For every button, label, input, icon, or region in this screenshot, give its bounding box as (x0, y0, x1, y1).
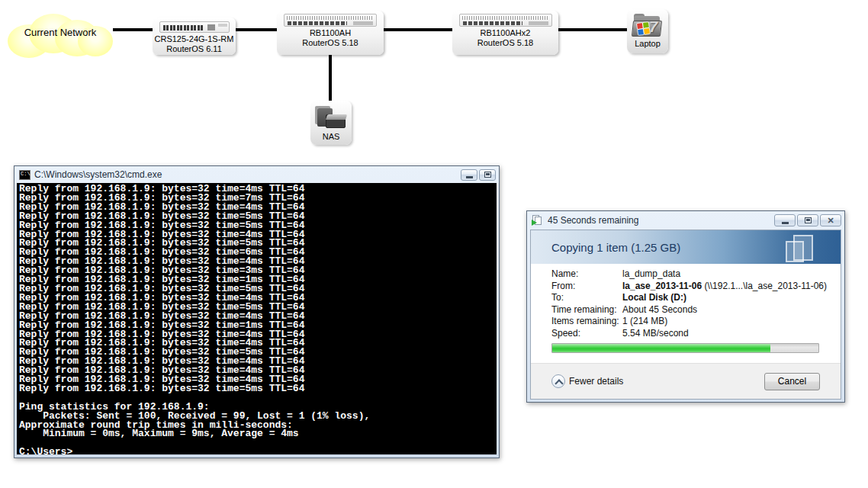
link-rb1100ah-nas (329, 54, 332, 101)
windows-logo-icon (637, 22, 650, 35)
node-crs125: CRS125-24G-1S-RM RouterOS 6.11 (153, 18, 236, 55)
cloud-current-network: Current Network (8, 14, 113, 53)
nas-label: NAS (323, 132, 340, 141)
maximize-button[interactable] (797, 214, 818, 226)
router-ports (463, 21, 522, 25)
node-nas: NAS (310, 101, 352, 145)
green-arrow-glyph (532, 220, 537, 226)
device-model: RB1100AHx2 (477, 28, 533, 38)
copy-details: Name: la_dump_data From: la_ase_2013-11-… (531, 264, 841, 363)
maximize-button[interactable] (479, 169, 496, 181)
device-model: CRS125-24G-1S-RM (155, 34, 234, 44)
device-os: RouterOS 5.18 (302, 38, 358, 48)
node-laptop: 7 Laptop (627, 9, 668, 53)
cancel-button[interactable]: Cancel (764, 373, 820, 390)
dialog-body: Copying 1 item (1.25 GB) Name: la_dump_d… (530, 230, 841, 400)
dialog-header-band: Copying 1 item (1.25 GB) (531, 230, 841, 264)
progress-bar-track (551, 343, 819, 353)
router-label-tag (529, 21, 548, 25)
detail-label: Name: (551, 268, 622, 281)
router-ports (288, 21, 347, 25)
link-crs125-rb1100ah (236, 28, 277, 31)
copy-summary: Copying 1 item (1.25 GB) (551, 241, 680, 254)
fewer-details-toggle[interactable]: Fewer details (551, 374, 623, 388)
router-label-tag (353, 21, 373, 25)
console-text: Reply from 192.168.1.9: bytes=32 time=4m… (19, 185, 497, 454)
detail-label: Speed: (551, 328, 622, 340)
copy-dialog-icon (532, 215, 544, 226)
dialog-footer: Fewer details Cancel (531, 363, 841, 399)
laptop-label: Laptop (635, 39, 661, 48)
fewer-details-label: Fewer details (569, 376, 623, 387)
cloud-label: Current Network (8, 27, 113, 38)
close-icon: ✕ (827, 217, 834, 225)
link-rb1100ahx2-laptop (558, 28, 628, 31)
router-vents (462, 16, 549, 20)
detail-row: From: la_ase_2013-11-06 (\\192.1...\la_a… (531, 281, 841, 293)
switch-screen (207, 24, 215, 30)
cmd-window-title: C:\Windows\system32\cmd.exe (34, 169, 459, 180)
device-os: RouterOS 5.18 (477, 38, 533, 48)
detail-value: About 45 Seconds (622, 304, 697, 316)
dialog-titlebar[interactable]: 45 Seconds remaining ✕ (527, 211, 844, 230)
detail-row: Speed: 5.54 MB/second (531, 328, 841, 340)
network-diagram: Current Network CRS125-24G-1S-RM RouterO… (0, 0, 868, 160)
switch-ports (163, 25, 203, 30)
detail-row: To: Local Disk (D:) (531, 292, 841, 304)
switch-brand (218, 24, 227, 27)
link-rb1100ah-rb1100ahx2 (384, 28, 452, 31)
detail-label: To: (551, 292, 622, 304)
node-rb1100ah: RB1100AH RouterOS 5.18 (277, 11, 384, 55)
maximize-icon (484, 172, 491, 178)
detail-row: Time remaining: About 45 Seconds (531, 304, 841, 316)
detail-label: Items remaining: (551, 316, 622, 328)
cmd-icon (19, 170, 31, 180)
cmd-titlebar[interactable]: C:\Windows\system32\cmd.exe (14, 166, 499, 183)
close-button[interactable]: ✕ (820, 214, 841, 226)
console-output-area[interactable]: Reply from 192.168.1.9: bytes=32 time=4m… (17, 183, 497, 454)
detail-value: 1 (214 MB) (622, 316, 667, 328)
device-os: RouterOS 6.11 (155, 44, 234, 54)
minimize-icon (466, 176, 473, 178)
maximize-icon (805, 217, 812, 223)
link-cloud-crs125 (113, 28, 153, 31)
glass-pages-icon (784, 235, 819, 264)
chevron-up-icon (551, 374, 565, 388)
switch-device-icon (159, 21, 230, 33)
nas-folder-flap (326, 114, 347, 120)
detail-label: Time remaining: (551, 304, 622, 316)
detail-row: Items remaining: 1 (214 MB) (531, 316, 841, 328)
windows-folder-icon: 7 (632, 14, 663, 38)
cmd-window: C:\Windows\system32\cmd.exe Reply from 1… (14, 165, 500, 458)
detail-value-bold: la_ase_2013-11-06 (622, 281, 702, 293)
router-device-icon (459, 14, 552, 27)
node-rb1100ahx2: RB1100AHx2 RouterOS 5.18 (452, 11, 558, 55)
detail-value: 5.54 MB/second (622, 328, 689, 340)
nas-icon (315, 105, 347, 131)
detail-value: la_dump_data (622, 268, 680, 281)
minimize-icon (782, 222, 789, 224)
detail-row: Name: la_dump_data (531, 268, 841, 281)
minimize-button[interactable] (774, 214, 796, 226)
seven-glyph: 7 (649, 18, 657, 36)
router-vents (287, 16, 374, 20)
detail-value-bold: Local Disk (D:) (622, 292, 686, 304)
device-model: RB1100AH (302, 28, 358, 38)
detail-value: (\\192.1...\la_ase_2013-11-06) (702, 281, 827, 293)
detail-label: From: (551, 281, 622, 293)
progress-fill (552, 344, 770, 352)
dialog-title: 45 Seconds remaining (548, 215, 773, 226)
copy-progress-dialog: 45 Seconds remaining ✕ Copying 1 item (1… (526, 210, 845, 403)
router-device-icon (284, 14, 377, 27)
minimize-button[interactable] (461, 169, 477, 181)
